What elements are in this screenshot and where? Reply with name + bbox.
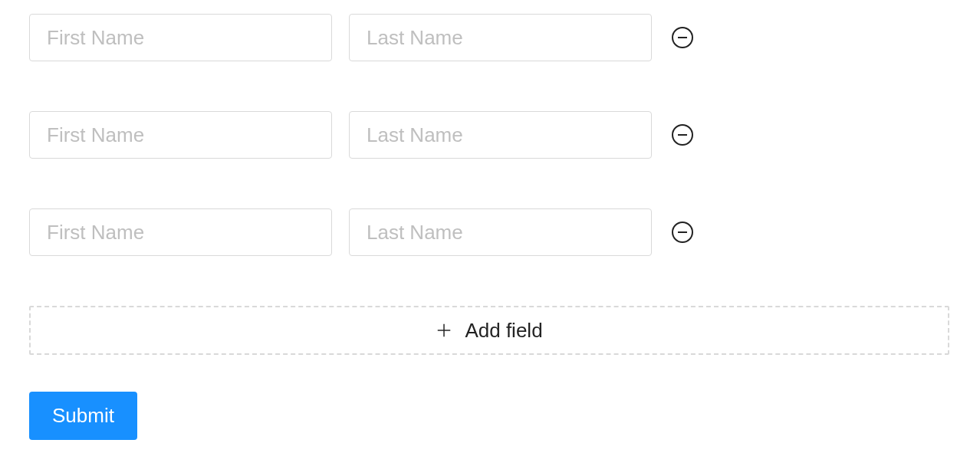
last-name-input[interactable]	[349, 14, 652, 61]
form-row	[29, 208, 951, 256]
last-name-input[interactable]	[349, 208, 652, 256]
form-row	[29, 111, 951, 159]
submit-label: Submit	[52, 404, 114, 427]
first-name-input[interactable]	[29, 14, 332, 61]
minus-circle-icon	[678, 134, 687, 136]
form-rows-container	[29, 14, 951, 256]
minus-circle-icon	[678, 37, 687, 38]
add-field-label: Add field	[465, 319, 542, 343]
first-name-input[interactable]	[29, 111, 332, 159]
form-row	[29, 14, 951, 61]
first-name-input[interactable]	[29, 208, 332, 256]
submit-button[interactable]: Submit	[29, 392, 137, 440]
remove-row-button[interactable]	[672, 27, 693, 48]
remove-row-button[interactable]	[672, 222, 693, 243]
add-field-button[interactable]: Add field	[29, 306, 949, 355]
remove-row-button[interactable]	[672, 124, 693, 146]
minus-circle-icon	[678, 231, 687, 233]
plus-icon	[436, 322, 452, 339]
last-name-input[interactable]	[349, 111, 652, 159]
